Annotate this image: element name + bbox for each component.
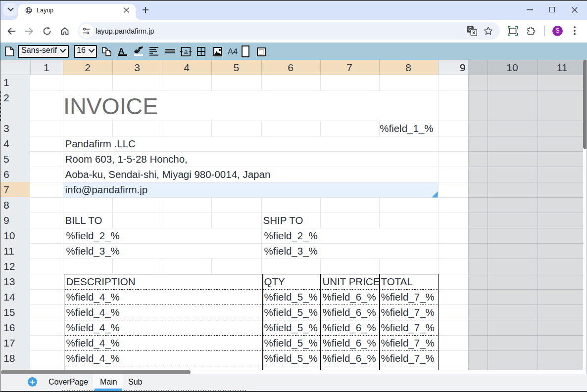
svg-text:a: a	[184, 48, 188, 55]
